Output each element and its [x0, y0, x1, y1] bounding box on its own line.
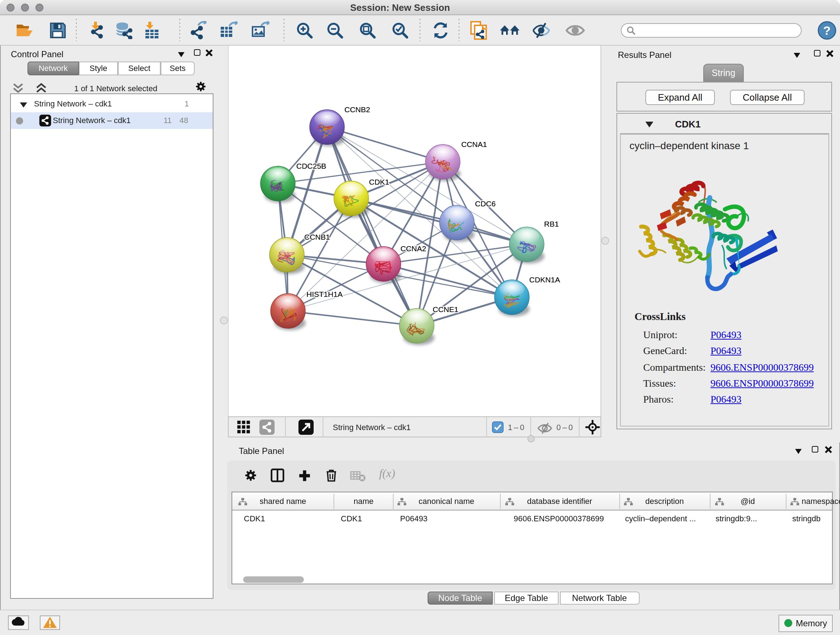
svg-text:RB1: RB1: [544, 220, 559, 228]
svg-text:CCNA2: CCNA2: [401, 244, 426, 253]
svg-text:?: ?: [823, 24, 831, 37]
svg-text:CCNE1: CCNE1: [433, 305, 458, 314]
svg-text:CCNB2: CCNB2: [344, 105, 370, 114]
svg-text:CDC6: CDC6: [475, 200, 496, 208]
svg-text:HIST1H1A: HIST1H1A: [306, 290, 343, 298]
svg-text:CDC25B: CDC25B: [296, 162, 326, 170]
svg-text:CCNA1: CCNA1: [461, 140, 487, 149]
svg-text:CDK1: CDK1: [369, 178, 389, 186]
svg-text:CDKN1A: CDKN1A: [529, 276, 560, 284]
svg-text:CCNB1: CCNB1: [304, 233, 330, 241]
